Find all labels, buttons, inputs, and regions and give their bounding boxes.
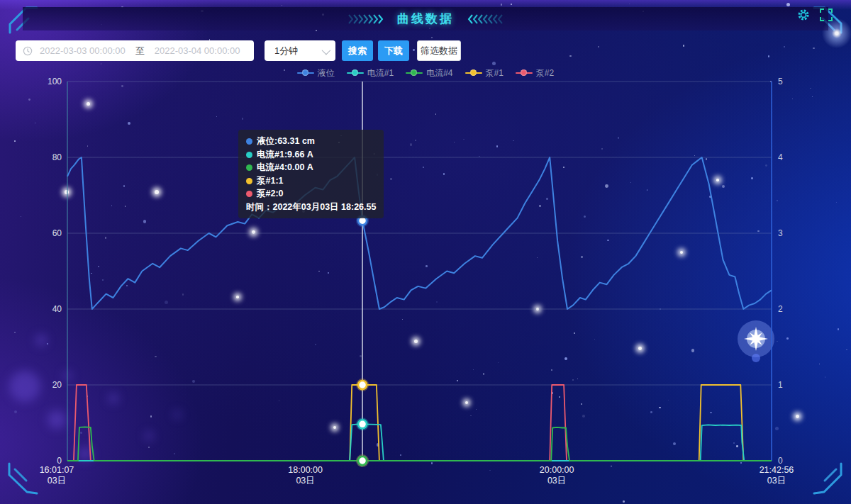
- y-right-tick: 1: [778, 380, 783, 390]
- crosshair-marker-pump-1: [358, 381, 367, 389]
- x-tick-time: 16:01:07: [40, 465, 74, 475]
- x-tick-day: 03日: [48, 476, 66, 486]
- series-line-pump-2: [67, 385, 772, 461]
- x-tick-day: 03日: [767, 476, 786, 486]
- y-right-tick: 3: [778, 228, 783, 238]
- y-right-tick: 0: [778, 456, 783, 466]
- y-right-tick: 4: [778, 152, 783, 162]
- series-line-current-4: [67, 427, 772, 461]
- tooltip-time: 时间：2022年03月03日 18:26.55: [246, 201, 376, 214]
- y-left-tick: 60: [52, 228, 62, 238]
- x-tick-time: 21:42:56: [760, 465, 794, 475]
- crosshair-marker-current-4: [358, 457, 367, 465]
- crosshair-marker-current-1: [358, 420, 367, 428]
- y-left-tick: 100: [48, 77, 62, 86]
- tooltip-series-value: 电流#1:9.66 A: [257, 150, 313, 159]
- y-left-tick: 80: [52, 152, 62, 162]
- series-line-pump-1: [67, 385, 772, 461]
- tooltip-row: 电流#4:0.00 A: [246, 161, 376, 174]
- tooltip-row: 液位:63.31 cm: [246, 135, 376, 148]
- tooltip-series-dot: [246, 138, 252, 145]
- tooltip-series-value: 电流#4:0.00 A: [257, 162, 313, 172]
- x-tick-time: 20:00:00: [540, 465, 574, 475]
- tooltip-series-dot: [246, 191, 252, 197]
- y-left-tick: 40: [52, 304, 62, 314]
- tooltip-series-dot: [246, 178, 252, 184]
- chart-tooltip: 液位:63.31 cm电流#1:9.66 A电流#4:0.00 A泵#1:1泵#…: [238, 130, 384, 218]
- chart-area[interactable]: 10058046034022010016:01:0703日18:00:0003日…: [0, 0, 851, 504]
- y-left-tick: 20: [52, 380, 62, 390]
- x-tick-day: 03日: [296, 476, 314, 486]
- tooltip-row: 电流#1:9.66 A: [246, 148, 376, 162]
- tooltip-series-dot: [246, 152, 252, 158]
- x-tick-time: 18:00:00: [288, 465, 323, 475]
- tooltip-row: 泵#2:0: [246, 187, 376, 201]
- tooltip-series-dot: [246, 164, 252, 171]
- tooltip-series-value: 泵#1:1: [257, 176, 284, 186]
- y-left-tick: 0: [57, 456, 62, 466]
- series-line-current-1: [67, 424, 772, 461]
- tooltip-row: 泵#1:1: [246, 174, 376, 188]
- tooltip-series-value: 泵#2:0: [257, 189, 284, 198]
- tooltip-series-value: 液位:63.31 cm: [257, 136, 315, 146]
- y-right-tick: 2: [778, 304, 783, 314]
- y-right-tick: 5: [778, 77, 783, 86]
- x-tick-day: 03日: [547, 476, 566, 486]
